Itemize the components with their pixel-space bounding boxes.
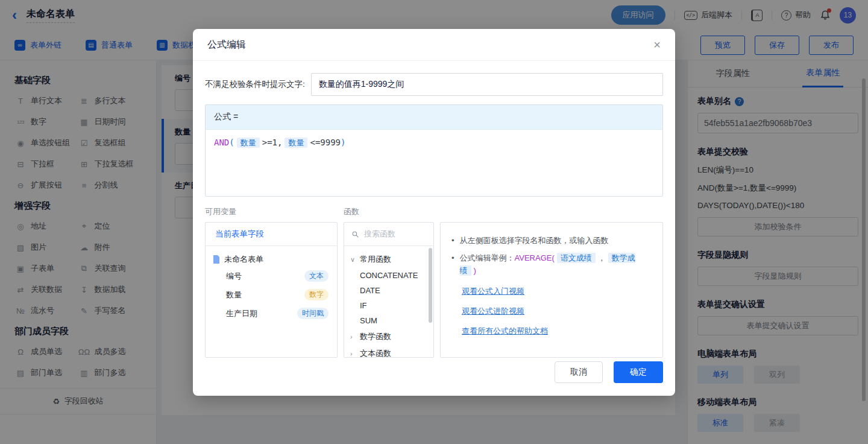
link-formula-advanced-video[interactable]: 观看公式进阶视频 xyxy=(462,306,652,317)
operator: >=1, xyxy=(262,138,283,147)
variables-root-form[interactable]: 未命名表单 xyxy=(213,252,330,267)
chevron-right-icon: › xyxy=(350,350,356,357)
function-group-math[interactable]: › 数学函数 xyxy=(350,328,427,345)
modal-title: 公式编辑 xyxy=(207,39,246,51)
example-function: AVERAGE( xyxy=(515,253,555,262)
function-if[interactable]: IF xyxy=(350,298,427,313)
example-separator: ， xyxy=(598,253,606,262)
confirm-button[interactable]: 确定 xyxy=(614,361,663,383)
close-icon[interactable]: × xyxy=(653,39,661,51)
prompt-text-label: 不满足校验条件时提示文字: xyxy=(205,79,305,90)
function-concatenate[interactable]: CONCATENATE xyxy=(350,268,427,283)
link-formula-help-docs[interactable]: 查看所有公式的帮助文档 xyxy=(462,326,652,337)
variable-field-quantity[interactable]: 数量 数字 xyxy=(213,285,330,304)
function-list-scrollbar[interactable] xyxy=(429,248,432,323)
variable-name: 数量 xyxy=(226,290,242,300)
search-icon xyxy=(351,230,359,238)
function-date[interactable]: DATE xyxy=(350,283,427,298)
functions-panel: 搜索函数 ∨ 常用函数 CONCATENATE DATE IF SUM › xyxy=(344,222,434,358)
root-label: 未命名表单 xyxy=(224,254,263,265)
example-paren: ) xyxy=(474,266,476,275)
group-label: 常用函数 xyxy=(360,254,391,265)
type-badge-text: 文本 xyxy=(304,270,329,282)
link-formula-intro-video[interactable]: 观看公式入门视频 xyxy=(462,286,652,297)
formula-editor-modal: 公式编辑 × 不满足校验条件时提示文字: 数量的值再1-9999之间 公式 = … xyxy=(193,29,675,396)
tip-example-line: • 公式编辑举例：AVERAGE(语文成绩，数学成绩) xyxy=(451,252,652,278)
function-search-input[interactable]: 搜索函数 xyxy=(344,223,433,246)
paren: ( xyxy=(229,138,234,147)
function-sum[interactable]: SUM xyxy=(350,313,427,328)
variables-panel: 当前表单字段 未命名表单 编号 文本 数量 数字 xyxy=(205,222,338,358)
group-label: 数学函数 xyxy=(360,331,391,342)
type-badge-timestamp: 时间戳 xyxy=(297,308,329,319)
variable-field-production-date[interactable]: 生产日期 时间戳 xyxy=(213,304,330,323)
formula-function: AND xyxy=(214,138,229,147)
group-label: 文本函数 xyxy=(360,348,391,358)
variable-field-number-id[interactable]: 编号 文本 xyxy=(213,267,330,285)
function-group-common[interactable]: ∨ 常用函数 xyxy=(350,251,427,268)
functions-label: 函数 xyxy=(344,206,440,217)
variables-label: 可用变量 xyxy=(205,206,344,217)
function-group-text[interactable]: › 文本函数 xyxy=(350,345,427,358)
formula-input-area[interactable]: AND(数量>=1,数量<=9999) xyxy=(206,130,662,196)
operator: <=9999 xyxy=(310,138,341,147)
tab-current-form-fields[interactable]: 当前表单字段 xyxy=(206,223,337,246)
document-icon xyxy=(213,255,220,264)
tip-line: • 从左侧面板选择字段名和函数，或输入函数 xyxy=(451,235,652,247)
variable-name: 生产日期 xyxy=(226,308,257,319)
formula-editor: 公式 = AND(数量>=1,数量<=9999) xyxy=(205,104,663,197)
type-badge-number: 数字 xyxy=(304,289,329,300)
variable-name: 编号 xyxy=(226,271,242,282)
field-chip-quantity[interactable]: 数量 xyxy=(285,138,307,148)
field-chip-quantity[interactable]: 数量 xyxy=(237,138,260,148)
cancel-button[interactable]: 取消 xyxy=(555,361,603,383)
chevron-down-icon: ∨ xyxy=(350,256,356,264)
search-placeholder: 搜索函数 xyxy=(364,229,395,239)
example-chip: 语文成绩 xyxy=(557,253,596,263)
paren: ) xyxy=(341,138,345,147)
example-prefix: 公式编辑举例： xyxy=(460,253,515,262)
formula-header: 公式 = xyxy=(206,105,662,130)
prompt-text-input[interactable]: 数量的值再1-9999之间 xyxy=(311,73,663,96)
form-builder-app: ‹ 未命名表单 应用访问 </> 后端脚本 A ? 帮助 xyxy=(0,0,868,444)
tips-panel: • 从左侧面板选择字段名和函数，或输入函数 • 公式编辑举例：AVERAGE(语… xyxy=(440,222,663,358)
chevron-right-icon: › xyxy=(350,333,356,340)
